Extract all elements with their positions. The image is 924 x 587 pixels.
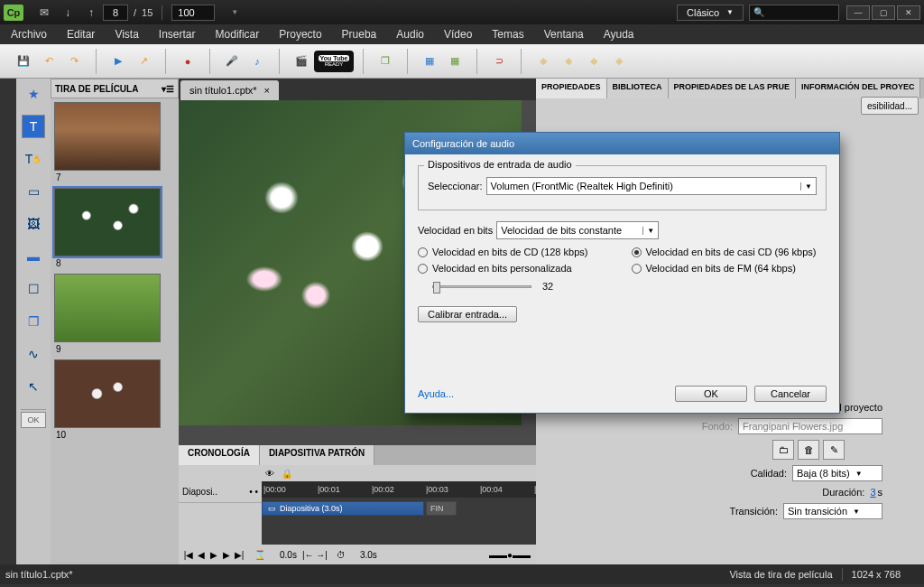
next-frame-icon[interactable]: ▶: [220, 550, 233, 560]
slides-icon[interactable]: ❐: [373, 49, 398, 74]
close-icon[interactable]: ×: [264, 85, 270, 96]
slide-thumb-8[interactable]: 8: [54, 188, 161, 268]
bitrate-near-cd-radio[interactable]: Velocidad en bits de casi CD (96 kbps): [632, 247, 827, 257]
microphone-icon[interactable]: 🎤: [219, 49, 245, 74]
menu-insertar[interactable]: Insertar: [159, 28, 196, 41]
calidad-dropdown[interactable]: Baja (8 bits)▼: [792, 465, 882, 481]
bitrate-custom-radio[interactable]: Velocidad en bits personalizada: [418, 263, 614, 274]
timeline-end: FIN: [426, 501, 457, 516]
tab-propiedades-pruebas[interactable]: PROPIEDADES DE LAS PRUE: [669, 79, 797, 98]
download-icon[interactable]: ↓: [60, 5, 75, 20]
bitrate-label: Velocidad en bits: [418, 225, 493, 236]
undo-button[interactable]: ↶: [36, 49, 61, 74]
transicion-dropdown[interactable]: Sin transición▼: [783, 503, 882, 519]
zoom-slider[interactable]: ▬▬●▬▬: [489, 550, 531, 560]
line-tool-icon[interactable]: ∿: [22, 342, 45, 366]
menu-audio[interactable]: Audio: [396, 28, 424, 41]
menu-prueba[interactable]: Prueba: [342, 28, 377, 41]
music-note-icon[interactable]: ♪: [245, 49, 270, 74]
layer-icon[interactable]: ◆: [556, 49, 581, 74]
layer-icon[interactable]: ◆: [531, 49, 556, 74]
youtube-button[interactable]: You TubeREADY: [314, 51, 354, 72]
time-ruler[interactable]: |00:00 |00:01 |00:02 |00:03 |00:04 |00:0…: [262, 481, 536, 498]
bitrate-fm-radio[interactable]: Velocidad en bits de FM (64 kbps): [632, 263, 827, 274]
bitrate-mode-dropdown[interactable]: Velocidad de bits constante▼: [496, 221, 659, 239]
tab-cronologia[interactable]: CRONOLOGÍA: [179, 445, 260, 465]
accessibility-button[interactable]: esibilidad...: [861, 97, 919, 115]
tab-diapositiva-patron[interactable]: DIAPOSITIVA PATRÓN: [260, 445, 374, 465]
lock-icon[interactable]: 🔒: [282, 469, 292, 479]
menu-temas[interactable]: Temas: [492, 28, 523, 41]
tab-biblioteca[interactable]: BIBLIOTECA: [607, 79, 669, 98]
chevron-down-icon[interactable]: ▼: [231, 8, 238, 16]
tab-propiedades[interactable]: PROPIEDADES: [536, 79, 607, 98]
rollover-tool-icon[interactable]: ▭: [22, 180, 45, 203]
play-button[interactable]: ▶: [106, 49, 131, 74]
folder-icon[interactable]: 🗀: [772, 440, 794, 460]
slide-thumb-7[interactable]: 7: [54, 102, 161, 182]
video-button[interactable]: 🎬: [289, 49, 314, 74]
layer-icon[interactable]: ◆: [606, 49, 632, 74]
help-link[interactable]: Ayuda...: [418, 388, 454, 399]
cursor-tool-icon[interactable]: ↖: [22, 375, 45, 398]
menu-editar[interactable]: Editar: [67, 28, 95, 41]
minimize-button[interactable]: —: [846, 5, 870, 20]
mail-icon[interactable]: ✉: [37, 5, 51, 20]
layer-icon[interactable]: ◆: [581, 49, 606, 74]
magnet-icon[interactable]: ⊃: [486, 49, 512, 74]
menu-modificar[interactable]: Modificar: [216, 28, 260, 41]
status-bar: sin título1.cptx* Vista de tira de pelíc…: [0, 564, 924, 584]
ok-button[interactable]: OK: [675, 386, 747, 402]
export-button[interactable]: ↗: [131, 49, 156, 74]
record-button[interactable]: ●: [175, 49, 200, 74]
menu-ayuda[interactable]: Ayuda: [604, 28, 634, 41]
menu-proyecto[interactable]: Proyecto: [279, 28, 321, 41]
star-tool-icon[interactable]: ★: [22, 82, 45, 106]
prev-frame-icon[interactable]: ◀: [195, 550, 208, 560]
ok-tool[interactable]: OK: [21, 412, 46, 428]
custom-bitrate-slider[interactable]: 32: [418, 281, 827, 292]
text-caption-tool-icon[interactable]: T✋: [22, 147, 45, 171]
close-button[interactable]: ✕: [897, 5, 920, 20]
text-tool-icon[interactable]: T: [22, 115, 45, 138]
calibrate-button[interactable]: Calibrar entrada...: [418, 306, 517, 322]
zoom-dropdown[interactable]: 100: [171, 5, 215, 21]
save-button[interactable]: 💾: [11, 49, 36, 74]
eye-icon[interactable]: 👁: [265, 469, 274, 479]
menu-ventana[interactable]: Ventana: [544, 28, 584, 41]
goto-start-icon[interactable]: |◀: [182, 550, 195, 560]
edit-icon[interactable]: ✎: [823, 440, 845, 460]
slide-thumb-9[interactable]: 9: [54, 274, 161, 354]
menu-video[interactable]: Vídeo: [444, 28, 472, 41]
duracion-value[interactable]: 3: [870, 487, 875, 498]
table-icon[interactable]: ▦: [417, 49, 442, 74]
cancel-button[interactable]: Cancelar: [754, 386, 827, 402]
maximize-button[interactable]: ▢: [872, 5, 895, 20]
slides-tool-icon[interactable]: ❐: [22, 310, 45, 333]
slide-thumb-10[interactable]: 10: [54, 359, 161, 440]
trash-icon[interactable]: 🗑: [798, 440, 819, 460]
main-toolbar: 💾 ↶ ↷ ▶ ↗ ● 🎤 ♪ 🎬 You TubeREADY ❐ ▦ ▦ ⊃ …: [0, 44, 924, 79]
document-tab[interactable]: sin título1.cptx*×: [180, 80, 279, 100]
timeline-track[interactable]: ▭Diapositiva (3.0s) FIN: [262, 498, 536, 545]
upload-icon[interactable]: ↑: [84, 5, 98, 20]
menu-vista[interactable]: Vista: [115, 28, 138, 41]
search-icon: 🔍: [753, 7, 764, 17]
grid-icon[interactable]: ▦: [442, 49, 467, 74]
workspace-dropdown[interactable]: Clásico▼: [677, 5, 744, 21]
track-row[interactable]: Diaposi..• •: [179, 481, 262, 503]
goto-end-icon[interactable]: ▶|: [233, 550, 245, 560]
group-legend: Dispositivos de entrada de audio: [424, 159, 576, 170]
audio-device-dropdown[interactable]: Volumen (FrontMic (Realtek High Definiti…: [486, 177, 817, 195]
play-icon[interactable]: ▶: [208, 550, 220, 560]
image-tool-icon[interactable]: 🖼: [22, 212, 45, 236]
tab-info-proyecto[interactable]: INFORMACIÓN DEL PROYEC: [796, 79, 920, 98]
current-page-input[interactable]: [103, 5, 128, 21]
menu-archivo[interactable]: Archivo: [11, 28, 47, 41]
search-input[interactable]: 🔍: [749, 5, 839, 21]
redo-button[interactable]: ↷: [61, 49, 87, 74]
click-box-tool-icon[interactable]: ☐: [22, 277, 45, 301]
timeline-clip[interactable]: ▭Diapositiva (3.0s): [262, 501, 424, 516]
highlight-tool-icon[interactable]: ▬: [22, 245, 45, 268]
bitrate-cd-radio[interactable]: Velocidad en bits de CD (128 kbps): [418, 247, 614, 257]
